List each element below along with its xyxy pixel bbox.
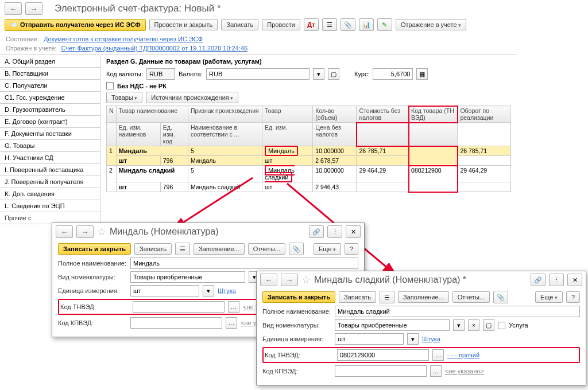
p2-more-icon[interactable]: ⋮ xyxy=(549,274,564,286)
cell-good[interactable]: Миндаль сладкий xyxy=(265,165,295,182)
state-link[interactable]: Документ готов к отправке получателю чер… xyxy=(44,36,203,42)
p2-reports-button[interactable]: Отчеты... xyxy=(452,291,490,303)
tab-k[interactable]: K. Доп. сведения xyxy=(0,188,100,200)
p1-back-button[interactable]: ← xyxy=(56,225,73,238)
rate-input[interactable] xyxy=(373,68,413,80)
p1-unit-link[interactable]: Штука xyxy=(218,287,236,294)
p1-tnved-pick[interactable]: … xyxy=(228,301,239,313)
col-conf-name[interactable]: Наименование в соответствии с ... xyxy=(188,123,262,146)
tab-j[interactable]: J. Поверенный получателя xyxy=(0,176,100,188)
tab-a[interactable]: A. Общий раздел xyxy=(0,56,100,68)
p2-unit-link[interactable]: Штука xyxy=(422,336,440,342)
p2-kind-drop[interactable]: ▾ xyxy=(453,319,465,331)
currency-drop-button[interactable]: ▾ xyxy=(313,68,324,80)
p1-unit-drop[interactable]: ▾ xyxy=(203,285,214,297)
tab-d[interactable]: D. Грузоотправитель xyxy=(0,104,100,116)
p2-tnved-input[interactable] xyxy=(337,349,429,361)
p1-full-input[interactable] xyxy=(130,258,358,269)
col-good[interactable]: Товар xyxy=(262,106,312,123)
goods-grid[interactable]: N Товар наименование Признак происхожден… xyxy=(106,106,511,192)
p2-close-icon[interactable]: ✕ xyxy=(567,274,582,286)
p1-reports-button[interactable]: Отчеты... xyxy=(248,243,285,255)
p1-fwd-button[interactable]: → xyxy=(76,225,94,238)
p1-close-icon[interactable]: ✕ xyxy=(346,225,361,238)
chart-icon-button[interactable]: 📊 xyxy=(359,18,374,31)
list-icon-button[interactable]: ☰ xyxy=(322,18,337,31)
p1-more-button[interactable]: Еще xyxy=(314,243,341,255)
p2-fwd-button[interactable]: → xyxy=(281,274,298,286)
origin-button[interactable]: Источники происхождения xyxy=(146,92,238,103)
col-qty[interactable]: Кол-во (объем) xyxy=(313,106,357,123)
p2-list-icon-button[interactable]: ☰ xyxy=(380,291,394,303)
send-button[interactable]: 📨 Отправить получателю через ИС ЭСФ xyxy=(5,19,146,31)
write-button[interactable]: Записать xyxy=(221,19,258,30)
p2-more-button[interactable]: Еще xyxy=(535,291,563,303)
p1-save-close-button[interactable]: Записать и закрыть xyxy=(58,243,131,255)
table-row[interactable]: 1 Миндаль 5 Миндаль 10,000000 26 785,71 … xyxy=(107,146,511,156)
p2-link-icon[interactable]: 🔗 xyxy=(531,274,546,286)
tab-l[interactable]: L. Сведения по ЭЦП xyxy=(0,200,100,212)
curcode-input[interactable] xyxy=(146,68,175,80)
post-button[interactable]: Провести xyxy=(262,19,300,30)
p2-help-button[interactable]: ? xyxy=(566,291,580,303)
currency-open-button[interactable]: ▢ xyxy=(328,68,339,80)
p1-attach-icon-button[interactable]: 📎 xyxy=(289,243,304,255)
reflect-button[interactable]: Отражение в учете xyxy=(396,19,466,30)
tab-e[interactable]: E. Договор (контракт) xyxy=(0,116,100,128)
p1-write-button[interactable]: Записать xyxy=(134,243,172,255)
reflection-link[interactable]: Счет-Фактура (выданный) ТДП00000002 от 1… xyxy=(61,45,247,52)
p2-kpved-pick[interactable]: … xyxy=(430,365,442,377)
tab-h[interactable]: H. Участники СД xyxy=(0,152,100,164)
p1-kpved-input[interactable] xyxy=(130,317,222,329)
col-tn-ved[interactable]: Код товара (ТН ВЭД) xyxy=(409,106,458,123)
p2-write-button[interactable]: Записать xyxy=(339,291,376,303)
col-price[interactable]: Цена без налогов xyxy=(313,123,357,146)
col-unit-code[interactable]: Ед. изм. код xyxy=(160,123,188,146)
table-row[interactable]: 2 Миндаль сладкий 5 Миндаль сладкий 10,0… xyxy=(107,166,511,182)
p2-kind-open[interactable]: ▢ xyxy=(483,319,494,331)
tab-i[interactable]: I. Поверенный поставщика xyxy=(0,164,100,176)
p2-kpved-input[interactable] xyxy=(335,365,427,377)
p1-unit-input[interactable] xyxy=(130,285,199,297)
p2-service-checkbox[interactable] xyxy=(498,322,505,329)
col-unit-name[interactable]: Ед. изм. наименов xyxy=(116,123,160,146)
p2-attach-icon-button[interactable]: 📎 xyxy=(493,291,508,303)
nav-back-button[interactable]: ← xyxy=(5,2,22,15)
p1-kind-input[interactable] xyxy=(130,271,245,283)
tab-f[interactable]: F. Документы поставки xyxy=(0,128,100,140)
dkt-icon-button[interactable]: Дт xyxy=(304,18,319,31)
col-cost[interactable]: Стоимость без налогов xyxy=(357,106,409,123)
star-icon[interactable]: ☆ xyxy=(301,274,311,286)
p2-fill-button[interactable]: Заполнение... xyxy=(398,291,449,303)
col-unit[interactable]: Ед. изм. xyxy=(262,123,312,146)
tab-g[interactable]: G. Товары xyxy=(0,140,100,152)
nav-forward-button[interactable]: → xyxy=(25,2,42,15)
p2-save-close-button[interactable]: Записать и закрыть xyxy=(262,291,335,303)
p2-unit-input[interactable] xyxy=(335,333,404,345)
p1-link-icon[interactable]: 🔗 xyxy=(309,225,324,238)
col-good-name[interactable]: Товар наименование xyxy=(116,106,188,123)
p2-tnved-hint[interactable]: - - - прочий xyxy=(447,352,479,358)
tab-c1[interactable]: C1. Гос. учреждение xyxy=(0,92,100,104)
tab-b[interactable]: B. Поставщики xyxy=(0,68,100,80)
p2-full-input[interactable] xyxy=(335,306,580,317)
p1-tnved-input[interactable] xyxy=(133,301,225,313)
edit-icon-button[interactable]: ✎ xyxy=(377,18,392,31)
p1-list-icon-button[interactable]: ☰ xyxy=(175,243,190,255)
goods-button[interactable]: Товары xyxy=(106,92,142,103)
p1-help-button[interactable]: ? xyxy=(345,243,358,255)
p1-more-icon[interactable]: ⋮ xyxy=(327,225,342,238)
col-n[interactable]: N xyxy=(107,106,117,123)
cell-good[interactable]: Миндаль xyxy=(265,146,298,156)
p2-tnved-pick[interactable]: … xyxy=(432,349,444,361)
rate-calc-button[interactable]: ▦ xyxy=(416,68,428,80)
currency-input[interactable] xyxy=(206,68,310,80)
p2-kind-clear[interactable]: × xyxy=(468,319,479,331)
p2-back-button[interactable]: ← xyxy=(260,274,277,286)
no-vat-checkbox[interactable] xyxy=(106,82,114,89)
tab-c[interactable]: C. Получатели xyxy=(0,80,100,92)
col-origin[interactable]: Признак происхождения xyxy=(188,106,262,123)
p2-unit-drop[interactable]: ▾ xyxy=(407,333,419,345)
p2-kpved-hint[interactable]: <не указано> xyxy=(445,368,484,375)
post-close-button[interactable]: Провести и закрыть xyxy=(149,19,218,30)
